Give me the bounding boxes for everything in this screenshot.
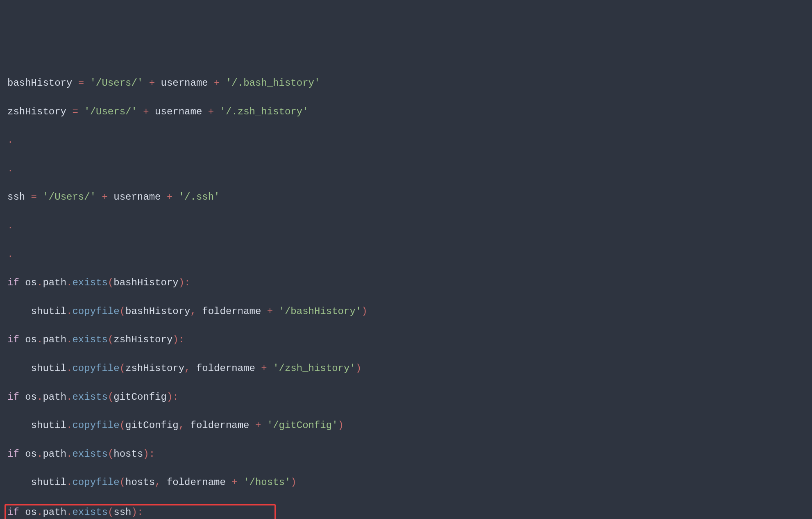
token-function: copyfile (72, 363, 119, 374)
token-dot: . (7, 163, 13, 174)
token-function: copyfile (72, 477, 119, 488)
token-identifier: foldername (161, 477, 231, 488)
code-line: shutil.copyfile(hosts, foldername + '/ho… (7, 476, 805, 490)
token-space (238, 477, 243, 488)
token-function: copyfile (72, 306, 119, 317)
token-identifier: foldername (184, 420, 255, 431)
token-paren: ( (108, 448, 113, 460)
token-paren: ( (108, 507, 113, 518)
token-paren: ) (356, 363, 361, 374)
token-identifier: zshHistory (113, 334, 172, 345)
token-keyword: if (7, 507, 19, 518)
token-comma: , (155, 477, 161, 488)
token-function: exists (72, 334, 107, 345)
token-string: '/.bash_history' (226, 77, 320, 89)
token-identifier: ssh (113, 507, 131, 518)
token-identifier: shutil (31, 363, 66, 374)
token-identifier: os (19, 277, 37, 288)
token-string: '/zsh_history' (273, 363, 356, 374)
token-space (137, 106, 143, 117)
token-dot: . (66, 448, 72, 460)
token-space (273, 306, 279, 317)
token-identifier: shutil (31, 306, 66, 317)
code-line: shutil.copyfile(zshHistory, foldername +… (7, 362, 805, 376)
token-dot: . (37, 334, 43, 345)
token-paren: ) (361, 306, 367, 317)
token-identifier: shutil (31, 477, 66, 488)
token-operator: + (102, 191, 107, 203)
code-line: shutil.copyfile(gitConfig, foldername + … (7, 419, 805, 433)
token-space (214, 106, 220, 117)
token-identifier: username (149, 106, 208, 117)
token-identifier: path (43, 392, 66, 403)
token-dot: . (37, 507, 43, 518)
token-dot: . (66, 306, 72, 317)
ellipsis-line: . (7, 162, 805, 176)
token-identifier: hosts (125, 477, 155, 488)
token-keyword: if (7, 334, 19, 345)
token-function: exists (72, 507, 107, 518)
token-identifier: shutil (31, 420, 66, 431)
token-identifier: hosts (113, 448, 143, 460)
token-dot: . (37, 392, 43, 403)
token-paren: ( (120, 363, 125, 374)
token-paren: ): (167, 392, 179, 403)
token-operator: + (255, 420, 261, 431)
token-dot: . (37, 448, 43, 460)
token-function: exists (72, 277, 107, 288)
token-comma: , (179, 420, 184, 431)
token-identifier: path (43, 277, 66, 288)
token-identifier: os (19, 392, 37, 403)
code-line: if os.path.exists(hosts): (7, 447, 805, 462)
token-operator: + (208, 106, 214, 117)
token-string: '/.zsh_history' (220, 106, 308, 117)
token-paren: ( (108, 334, 113, 345)
token-space (261, 420, 267, 431)
token-dot: . (66, 420, 72, 431)
token-operator: + (149, 77, 155, 89)
token-paren: ) (338, 420, 344, 431)
code-line: if os.path.exists(bashHistory): (7, 276, 805, 290)
token-space (84, 77, 90, 89)
token-paren: ( (120, 420, 125, 431)
token-keyword: if (7, 277, 19, 288)
token-operator: + (143, 106, 149, 117)
ellipsis-line: . (7, 133, 805, 148)
token-identifier: foldername (196, 306, 267, 317)
token-string: '/bashHistory' (279, 306, 362, 317)
token-operator: + (214, 77, 220, 89)
token-paren: ) (290, 477, 296, 488)
token-identifier: os (19, 448, 37, 460)
token-space (37, 191, 43, 203)
token-paren: ): (143, 448, 155, 460)
code-line: if os.path.exists(zshHistory): (7, 333, 805, 347)
ellipsis-line: . (7, 248, 805, 262)
token-dot: . (66, 392, 72, 403)
token-paren: ( (120, 477, 125, 488)
code-line: if os.path.exists(ssh): (7, 505, 273, 519)
token-identifier: os (19, 507, 37, 518)
code-block: bashHistory = '/Users/' + username + '/.… (7, 62, 805, 519)
token-operator: + (261, 363, 267, 374)
token-dot: . (66, 277, 72, 288)
token-string: '/hosts' (243, 477, 290, 488)
code-line: zshHistory = '/Users/' + username + '/.z… (7, 105, 805, 119)
token-function: exists (72, 392, 107, 403)
token-identifier: bashHistory (113, 277, 178, 288)
token-paren: ( (108, 392, 113, 403)
token-identifier: gitConfig (113, 392, 167, 403)
token-paren: ): (132, 507, 143, 518)
token-operator: + (231, 477, 237, 488)
token-dot: . (66, 363, 72, 374)
token-function: copyfile (72, 420, 119, 431)
token-space (267, 363, 273, 374)
token-comma: , (184, 363, 190, 374)
token-space (172, 191, 178, 203)
code-line: shutil.copyfile(bashHistory, foldername … (7, 305, 805, 319)
ellipsis-line: . (7, 219, 805, 233)
token-space (220, 77, 226, 89)
token-dot: . (37, 277, 43, 288)
token-dot: . (7, 134, 13, 146)
token-identifier: path (43, 334, 66, 345)
token-identifier: path (43, 507, 66, 518)
